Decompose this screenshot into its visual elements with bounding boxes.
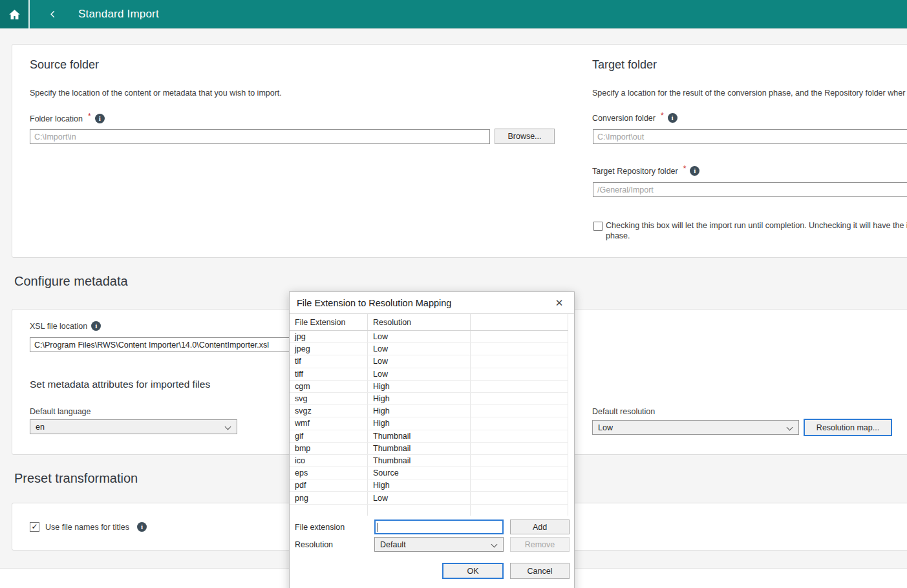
set-metadata-subheading: Set metadata attributes for imported fil… [30,379,210,390]
default-resolution-value: Low [598,423,613,432]
cell-resolution: Low [368,492,471,503]
source-folder-heading: Source folder [30,58,99,72]
xsl-file-location-label-row: XSL file location i [30,321,101,331]
target-repository-label: Target Repository folder [592,167,678,176]
table-row[interactable]: tifLow [290,355,568,368]
cell-resolution: Thumbnail [368,455,471,467]
cancel-button[interactable]: Cancel [510,563,570,579]
info-icon[interactable]: i [668,113,678,123]
check-icon: ✓ [31,522,37,531]
checkbox-text-line1: Checking this box will let the import ru… [606,221,907,231]
chevron-down-icon [787,425,793,431]
cell-file-extension: svg [290,393,368,404]
ok-button[interactable]: OK [442,563,504,579]
cell-resolution: Low [368,343,471,355]
table-row[interactable]: wmfHigh [290,417,568,430]
info-icon[interactable]: i [95,114,105,123]
cell-empty [368,505,471,516]
table-row[interactable]: cgmHigh [290,381,568,393]
table-row[interactable]: pdfHigh [290,479,568,492]
cell-file-extension: png [290,492,368,503]
info-icon[interactable]: i [91,321,101,331]
cell-empty [471,443,568,454]
home-icon [8,8,21,21]
file-extension-label: File extension [295,523,345,532]
cell-file-extension: ico [290,455,368,467]
cell-empty [290,505,368,516]
default-resolution-select[interactable]: Low [592,420,799,435]
chevron-left-icon [48,10,58,19]
configure-metadata-heading: Configure metadata [14,274,128,289]
header-divider [28,0,30,28]
default-language-label: Default language [30,407,91,416]
table-row[interactable]: icoThumbnail [290,455,568,467]
folder-location-input[interactable] [30,129,490,144]
target-folder-description: Specify a location for the result of the… [592,89,905,98]
table-row[interactable]: gifThumbnail [290,430,568,443]
cell-file-extension: wmf [290,417,368,429]
table-row[interactable]: svgzHigh [290,405,568,417]
default-language-select[interactable]: en [30,419,237,434]
cell-file-extension: gif [290,430,368,442]
cell-file-extension: jpg [290,331,368,342]
app-header: Standard Import [0,0,907,28]
cell-empty [471,455,568,467]
resolution-mapping-dialog: File Extension to Resolution Mapping ✕ F… [289,291,575,588]
resolution-map-button[interactable]: Resolution map... [804,419,892,436]
cell-empty [471,381,568,392]
cell-empty [471,505,568,516]
table-row[interactable]: svgHigh [290,393,568,405]
cell-resolution: Source [368,467,471,479]
back-button[interactable] [40,0,66,28]
table-row[interactable]: jpegLow [290,343,568,355]
table-row[interactable]: tiffLow [290,368,568,381]
source-folder-description: Specify the location of the content or m… [30,89,282,98]
conversion-folder-label-row: Conversion folder* i [592,113,678,123]
home-button[interactable] [0,0,28,28]
info-icon[interactable]: i [137,522,147,532]
conversion-folder-input[interactable] [593,129,907,144]
cell-resolution: High [368,381,471,392]
file-extension-input[interactable] [374,520,504,534]
add-button[interactable]: Add [510,520,570,534]
cell-empty [471,417,568,429]
cell-empty [471,368,568,380]
extension-mapping-table: File Extension Resolution jpgLowjpegLowt… [290,314,568,516]
use-file-names-label-text: Use file names for titles [45,523,129,532]
target-repository-input[interactable] [593,182,907,197]
dialog-title: File Extension to Resolution Mapping [297,292,451,314]
cell-file-extension: tiff [290,368,368,380]
column-header-resolution[interactable]: Resolution [368,314,471,330]
browse-button[interactable]: Browse... [495,129,555,144]
checkbox-text-line2: phase. [606,231,907,242]
folder-location-label: Folder location [30,114,83,123]
run-until-completion-checkbox[interactable] [593,222,603,231]
target-folder-heading: Target folder [592,58,657,72]
dialog-titlebar: File Extension to Resolution Mapping ✕ [290,292,574,314]
folder-location-label-row: Folder location* i [30,114,105,123]
remove-button[interactable]: Remove [510,537,570,552]
table-row[interactable]: pngLow [290,492,568,504]
cell-empty [471,467,568,479]
cell-empty [471,331,568,342]
cell-file-extension: bmp [290,443,368,454]
cell-file-extension: jpeg [290,343,368,355]
cell-resolution: High [368,393,471,404]
info-icon[interactable]: i [690,166,699,176]
use-file-names-label: Use file names for titles [45,523,129,533]
column-header-file-extension[interactable]: File Extension [290,314,368,330]
default-language-label-text: Default language [30,407,91,416]
use-file-names-checkbox[interactable]: ✓ [30,522,39,532]
cell-resolution: Low [368,331,471,342]
table-row[interactable]: bmpThumbnail [290,443,568,455]
table-row[interactable]: jpgLow [290,331,568,343]
cell-resolution: High [368,417,471,429]
close-icon[interactable]: ✕ [551,292,568,314]
table-filler-row [290,505,568,516]
resolution-select[interactable]: Default [374,537,504,552]
column-header-empty [471,314,568,330]
cell-file-extension: svgz [290,405,368,417]
table-row[interactable]: epsSource [290,467,568,479]
cell-resolution: High [368,405,471,417]
page-title: Standard Import [78,0,159,28]
